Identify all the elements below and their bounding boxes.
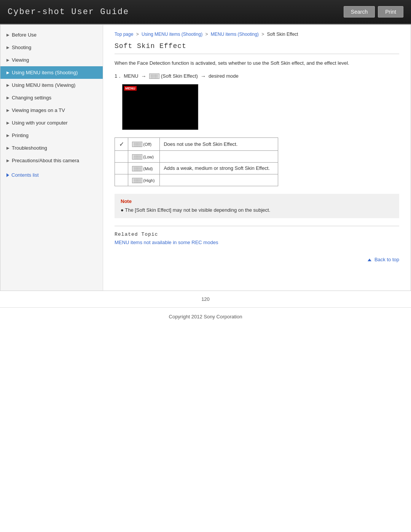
sidebar-item-label: Printing [12,133,29,138]
arrow-icon: ▶ [6,83,10,87]
note-label: Note [121,198,393,204]
icon-box: ░░░ [132,166,142,171]
breadcrumb-sep3: > [261,32,265,37]
back-to-top-label: Back to top [374,257,399,262]
step-icon-badge: ░░░ [149,73,159,79]
table-cell-desc: Does not use the Soft Skin Effect. [160,137,278,150]
step-instruction: 1． MENU → ░░░ (Soft Skin Effect) → desir… [115,73,399,80]
sidebar-item-label: Using MENU items (Viewing) [12,82,75,88]
related-link[interactable]: MENU items not available in some REC mod… [115,240,218,245]
breadcrumb-sep2: > [205,32,209,37]
sidebar: ▶ Before Use ▶ Shooting ▶ Viewing ▶ Usin… [0,25,103,291]
sidebar-item-label: Using MENU items (Shooting) [12,70,78,75]
contents-list-link-container: Contents list [0,169,103,181]
table-cell-check [115,162,128,174]
description-text: When the Face Detection function is acti… [115,59,399,67]
breadcrumb-top[interactable]: Top page [115,32,133,37]
step-mode-text: desired mode [209,73,239,79]
breadcrumb: Top page > Using MENU items (Shooting) >… [115,29,399,42]
low-icon: ░░░ (Low) [132,154,154,160]
menu-screenshot: MENU [122,84,198,130]
table-cell-check [115,174,128,186]
menu-tag: MENU [124,86,137,91]
high-icon: ░░░ (High) [132,178,155,183]
step-number: 1． [115,73,122,80]
icon-box: ░░░ [132,154,142,160]
up-arrow-icon [368,259,371,261]
step-arrow1: → [141,73,147,79]
breadcrumb-sep1: > [136,32,140,37]
arrow-icon: ▶ [6,70,10,75]
table-row: ░░░ (High) [115,174,278,186]
note-box: Note ● The [Soft Skin Effect] may not be… [115,194,399,219]
back-to-top-container: Back to top [115,253,399,266]
sidebar-item-label: Troubleshooting [12,145,47,151]
icon-box: ░░░ [132,142,142,147]
search-button[interactable]: Search [344,6,375,18]
step-arrow2: → [201,73,206,79]
arrow-icon: ▶ [6,45,10,50]
sidebar-item-viewing-on-tv[interactable]: ▶ Viewing images on a TV [0,104,103,117]
sidebar-item-label: Shooting [12,45,31,50]
app-title: Cyber-shot User Guide [8,7,129,17]
page-title: Soft Skin Effect [115,42,399,54]
effect-table: ✓ ░░░ (Off) Does not use the Soft Skin E… [115,137,278,186]
table-cell-desc: Adds a weak, medium or strong Soft Skin … [160,162,278,174]
mid-icon: ░░░ (Mid) [132,166,153,171]
note-bullet: ● [121,207,124,213]
copyright-text: Copyright 2012 Sony Corporation [169,314,242,320]
breadcrumb-menu-items[interactable]: MENU items (Shooting) [211,32,259,37]
arrow-icon: ▶ [6,158,10,163]
step-icon-box: ░░░ [149,73,159,79]
print-button[interactable]: Print [378,6,403,18]
table-cell-icon: ░░░ (Mid) [128,162,160,174]
breadcrumb-using-menu[interactable]: Using MENU items (Shooting) [142,32,202,37]
sidebar-item-troubleshooting[interactable]: ▶ Troubleshooting [0,142,103,154]
sidebar-item-label: Using with your computer [12,120,68,126]
sidebar-item-using-menu-viewing[interactable]: ▶ Using MENU items (Viewing) [0,79,103,91]
content-area: Top page > Using MENU items (Shooting) >… [103,25,411,291]
sidebar-item-label: Before Use [12,32,37,38]
main-container: ▶ Before Use ▶ Shooting ▶ Viewing ▶ Usin… [0,24,411,291]
table-row: ░░░ (Low) [115,150,278,162]
note-content: ● The [Soft Skin Effect] may not be visi… [121,206,393,214]
icon-box: ░░░ [132,178,142,183]
table-cell-desc [160,150,278,162]
arrow-icon: ▶ [6,58,10,62]
table-cell-icon: ░░░ (High) [128,174,160,186]
table-cell-check: ✓ [115,137,128,150]
table-row: ✓ ░░░ (Off) Does not use the Soft Skin E… [115,137,278,150]
table-cell-check [115,150,128,162]
sidebar-item-shooting[interactable]: ▶ Shooting [0,41,103,54]
contents-arrow-icon [6,173,9,177]
arrow-icon: ▶ [6,121,10,125]
sidebar-item-viewing[interactable]: ▶ Viewing [0,54,103,66]
sidebar-item-before-use[interactable]: ▶ Before Use [0,29,103,41]
page-number: 120 [0,291,411,307]
table-cell-desc [160,174,278,186]
sidebar-item-using-menu-shooting[interactable]: ▶ Using MENU items (Shooting) [0,66,103,79]
arrow-icon: ▶ [6,133,10,137]
step-menu: MENU [124,73,138,79]
sidebar-item-printing[interactable]: ▶ Printing [0,129,103,142]
sidebar-item-label: Viewing [12,57,29,63]
sidebar-item-label: Viewing images on a TV [12,107,65,113]
related-label: Related Topic [115,232,399,237]
arrow-icon: ▶ [6,33,10,37]
arrow-icon: ▶ [6,96,10,100]
header-buttons: Search Print [344,6,403,18]
sidebar-item-label: Precautions/About this camera [12,158,79,163]
sidebar-item-precautions[interactable]: ▶ Precautions/About this camera [0,154,103,167]
table-cell-icon: ░░░ (Off) [128,137,160,150]
sidebar-item-using-computer[interactable]: ▶ Using with your computer [0,117,103,129]
contents-list-link[interactable]: Contents list [11,172,39,178]
arrow-icon: ▶ [6,146,10,150]
sidebar-item-label: Changing settings [12,95,51,101]
sidebar-item-changing-settings[interactable]: ▶ Changing settings [0,91,103,104]
step-icon-label: (Soft Skin Effect) [161,73,198,79]
off-icon: ░░░ (Off) [132,142,151,147]
related-topic: Related Topic MENU items not available i… [115,226,399,245]
back-to-top-link[interactable]: Back to top [368,257,399,262]
footer: Copyright 2012 Sony Corporation [0,307,411,326]
table-row: ░░░ (Mid) Adds a weak, medium or strong … [115,162,278,174]
